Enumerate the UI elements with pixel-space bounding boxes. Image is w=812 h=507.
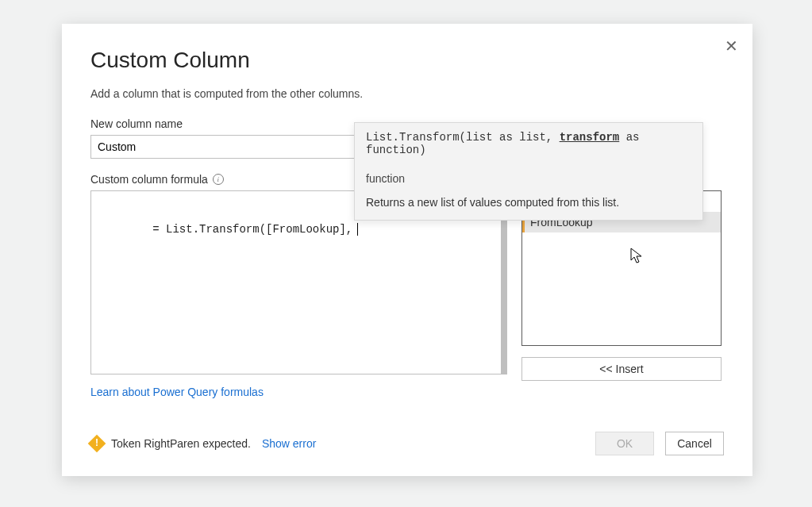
cancel-button[interactable]: Cancel [665,432,724,455]
close-icon[interactable]: ✕ [725,38,738,54]
dialog-subtitle: Add a column that is computed from the o… [90,87,724,100]
formula-label: Custom column formula [90,173,208,186]
intellisense-tooltip: List.Transform(list as list, transform a… [354,122,703,221]
signature-description: Returns a new list of values computed fr… [366,196,691,209]
text-cursor [357,223,358,236]
ok-button: OK [595,432,654,455]
dialog-title: Custom Column [90,48,724,73]
dialog-footer: Token RightParen expected. Show error OK… [90,432,724,455]
info-icon[interactable]: i [213,174,224,185]
custom-column-dialog: ✕ Custom Column Add a column that is com… [62,24,752,476]
warning-icon [88,435,106,453]
formula-text: = List.Transform([FromLookup], [152,223,352,236]
signature-text: List.Transform(list as list, transform a… [366,131,691,156]
learn-link[interactable]: Learn about Power Query formulas [90,386,264,398]
insert-button[interactable]: << Insert [521,357,722,381]
error-message: Token RightParen expected. [111,437,251,450]
signature-kind: function [366,172,691,185]
show-error-link[interactable]: Show error [262,437,316,450]
current-arg: transform [560,131,620,144]
